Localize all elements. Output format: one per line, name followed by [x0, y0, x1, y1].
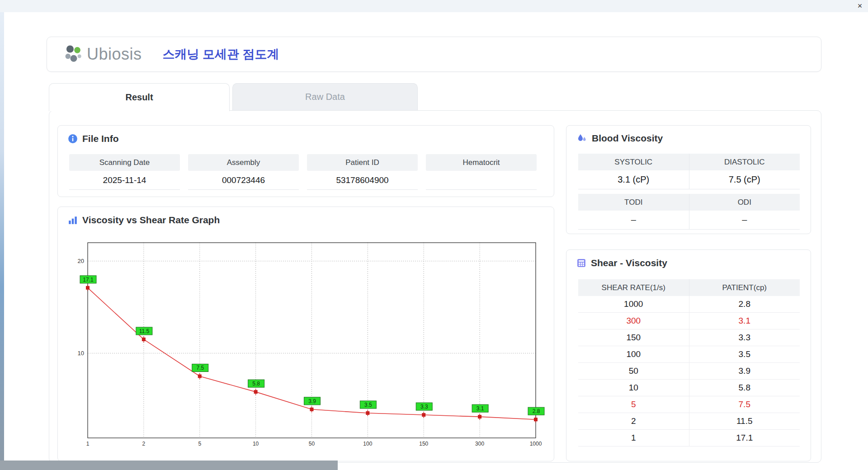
bv-todi-odi-group: TODI ODI – –	[578, 194, 800, 230]
bv-value-odi: –	[689, 211, 800, 230]
shear-viscosity-card: Shear - Viscosity SHEAR RATE(1/s) PATIEN…	[566, 249, 811, 461]
svg-text:3.5: 3.5	[364, 402, 372, 408]
bv-systolic-diastolic-group: SYSTOLIC DIASTOLIC 3.1 (cP) 7.5 (cP)	[578, 154, 800, 189]
field-scanning-date: Scanning Date 2025-11-14	[69, 154, 180, 190]
file-info-fields: Scanning Date 2025-11-14 Assembly 000723…	[69, 154, 537, 190]
graph-card: Viscosity vs Shear Rate Graph 102017.111…	[57, 207, 554, 461]
table-row: 150 3.3	[578, 329, 800, 346]
sv-patient-value: 3.1	[689, 313, 800, 329]
sv-patient-value: 2.8	[689, 296, 800, 313]
svg-text:17.1: 17.1	[83, 277, 94, 283]
page-title: 스캐닝 모세관 점도계	[163, 46, 279, 62]
field-assembly: Assembly 000723446	[188, 154, 299, 190]
field-label: Scanning Date	[69, 154, 180, 171]
svg-text:2: 2	[142, 441, 146, 447]
tab-raw-data[interactable]: Raw Data	[232, 83, 418, 110]
svg-text:100: 100	[363, 441, 372, 447]
svg-text:1: 1	[86, 441, 90, 447]
info-icon	[68, 134, 78, 144]
file-info-card: File Info Scanning Date 2025-11-14 Assem…	[57, 125, 554, 197]
table-row: 300 3.1	[578, 313, 800, 329]
graph-title-row: Viscosity vs Shear Rate Graph	[68, 215, 220, 226]
field-hematocrit: Hematocrit	[426, 154, 537, 190]
sv-shear-value: 1000	[578, 296, 689, 313]
field-value	[426, 171, 537, 190]
field-label: Hematocrit	[426, 154, 537, 171]
shear-viscosity-table: SHEAR RATE(1/s) PATIENT(cp) 1000 2.8 300…	[578, 279, 800, 446]
table-row: 2 11.5	[578, 413, 800, 430]
svg-text:20: 20	[78, 258, 84, 264]
table-icon	[576, 258, 586, 268]
desktop-edge-left	[0, 12, 4, 470]
content-panel: File Info Scanning Date 2025-11-14 Assem…	[49, 110, 821, 463]
sv-patient-value: 3.5	[689, 346, 800, 363]
svg-text:3.3: 3.3	[420, 404, 428, 410]
bv-header-row: TODI ODI	[578, 194, 800, 211]
field-value: 000723446	[188, 171, 299, 190]
sv-patient-value: 3.3	[689, 329, 800, 346]
sv-patient-value: 17.1	[689, 430, 800, 446]
svg-text:3.9: 3.9	[308, 398, 316, 404]
table-row: 5 7.5	[578, 396, 800, 413]
bv-value-todi: –	[578, 211, 689, 230]
sv-table-body: 1000 2.8 300 3.1 150 3.3 100	[578, 296, 800, 446]
blood-viscosity-title-row: Blood Viscosity	[576, 133, 663, 144]
table-row: 50 3.9	[578, 363, 800, 380]
table-row: 100 3.5	[578, 346, 800, 363]
svg-text:10: 10	[253, 441, 259, 447]
app-window: Ubiosis 스캐닝 모세관 점도계 Result Raw Data	[4, 12, 868, 470]
svg-text:7.5: 7.5	[196, 365, 204, 371]
table-row: 10 5.8	[578, 380, 800, 396]
bv-header-todi: TODI	[578, 194, 689, 211]
tab-result[interactable]: Result	[49, 83, 230, 111]
field-label: Patient ID	[307, 154, 418, 171]
svg-text:2.8: 2.8	[533, 408, 540, 414]
bv-value-row: 3.1 (cP) 7.5 (cP)	[578, 170, 800, 189]
sv-shear-value: 1	[578, 430, 689, 446]
bv-header-systolic: SYSTOLIC	[578, 154, 689, 170]
desktop-edge-bottom	[0, 461, 338, 470]
field-value: 53178604900	[307, 171, 418, 190]
field-value: 2025-11-14	[69, 171, 180, 190]
shear-viscosity-title-row: Shear - Viscosity	[576, 258, 667, 268]
window-titlebar: ×	[0, 0, 868, 12]
svg-text:150: 150	[419, 441, 428, 447]
bv-header-odi: ODI	[689, 194, 800, 211]
sv-col-shear-rate: SHEAR RATE(1/s)	[578, 279, 689, 296]
field-label: Assembly	[188, 154, 299, 171]
sv-patient-value: 7.5	[689, 396, 800, 413]
bv-value-systolic: 3.1 (cP)	[578, 170, 689, 189]
sv-col-patient: PATIENT(cp)	[689, 279, 800, 296]
bar-chart-icon	[68, 215, 78, 225]
svg-text:300: 300	[475, 441, 484, 447]
logo-text: Ubiosis	[87, 45, 142, 64]
bv-value-row: – –	[578, 211, 800, 230]
logo-dots-icon	[63, 44, 84, 65]
svg-text:50: 50	[309, 441, 315, 447]
sv-shear-value: 100	[578, 346, 689, 363]
svg-text:5: 5	[198, 441, 201, 447]
close-button[interactable]: ×	[854, 1, 865, 11]
bv-value-diastolic: 7.5 (cP)	[689, 170, 800, 189]
sv-shear-value: 10	[578, 380, 689, 396]
bv-header-row: SYSTOLIC DIASTOLIC	[578, 154, 800, 170]
file-info-title-row: File Info	[68, 133, 119, 144]
table-row: 1 17.1	[578, 430, 800, 446]
sv-header-row: SHEAR RATE(1/s) PATIENT(cp)	[578, 279, 800, 296]
sv-shear-value: 2	[578, 413, 689, 430]
viscosity-chart: 102017.111.57.55.83.93.53.33.12.81251050…	[64, 228, 555, 458]
svg-text:1000: 1000	[530, 441, 542, 447]
svg-text:10: 10	[78, 350, 84, 357]
table-row: 1000 2.8	[578, 296, 800, 313]
sv-shear-value: 5	[578, 396, 689, 413]
droplet-icon	[576, 133, 587, 144]
file-info-title: File Info	[82, 133, 119, 144]
sv-shear-value: 50	[578, 363, 689, 380]
sv-patient-value: 11.5	[689, 413, 800, 430]
blood-viscosity-card: Blood Viscosity SYSTOLIC DIASTOLIC 3.1 (…	[566, 125, 811, 234]
blood-viscosity-title: Blood Viscosity	[592, 133, 663, 144]
bv-header-diastolic: DIASTOLIC	[689, 154, 800, 170]
shear-viscosity-title: Shear - Viscosity	[591, 258, 667, 268]
brand-logo: Ubiosis	[63, 44, 142, 65]
svg-text:11.5: 11.5	[139, 328, 150, 334]
